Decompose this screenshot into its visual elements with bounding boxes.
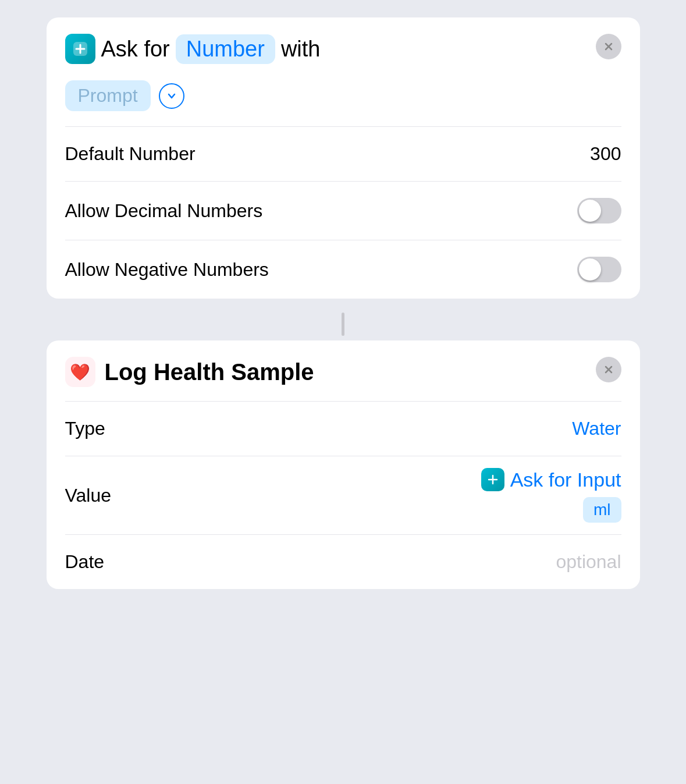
heart-emoji: ❤️ [70, 363, 90, 382]
ask-input-icon [481, 468, 504, 491]
default-number-value[interactable]: 300 [590, 143, 621, 165]
value-row: Value Ask for Input ml [47, 456, 640, 534]
allow-decimal-label: Allow Decimal Numbers [65, 200, 263, 222]
value-label: Value [65, 485, 111, 506]
ask-for-label: Ask for [101, 37, 170, 62]
header-text-group: Ask for Number with [101, 34, 621, 64]
ask-for-input-icon [65, 34, 95, 64]
date-label: Date [65, 551, 105, 573]
unit-badge[interactable]: ml [583, 497, 621, 523]
date-row: Date optional [47, 535, 640, 589]
chevron-expand-button[interactable] [159, 83, 184, 109]
card2-close-button[interactable] [596, 357, 621, 382]
allow-negative-label: Allow Negative Numbers [65, 259, 269, 281]
number-badge[interactable]: Number [176, 34, 275, 64]
with-label: with [281, 37, 321, 62]
log-health-sample-card: ❤️ Log Health Sample Type Water Value [47, 340, 640, 589]
card2-title: Log Health Sample [105, 359, 314, 385]
value-right-group: Ask for Input ml [481, 468, 621, 523]
scrollbar-indicator [342, 313, 344, 336]
allow-negative-row: Allow Negative Numbers [47, 240, 640, 299]
allow-decimal-row: Allow Decimal Numbers [47, 182, 640, 240]
health-icon: ❤️ [65, 357, 95, 387]
type-label: Type [65, 418, 105, 439]
prompt-row: Prompt [47, 78, 640, 126]
type-value[interactable]: Water [572, 418, 621, 439]
type-row: Type Water [47, 402, 640, 456]
allow-decimal-toggle[interactable] [577, 198, 621, 224]
card2-header: ❤️ Log Health Sample [47, 340, 640, 401]
scrollbar-area [342, 308, 344, 340]
default-number-label: Default Number [65, 143, 196, 165]
card1-close-button[interactable] [596, 34, 621, 59]
prompt-badge[interactable]: Prompt [65, 80, 151, 111]
ask-for-number-card: Ask for Number with Prompt Default Numbe… [47, 17, 640, 299]
ask-for-input-text: Ask for Input [510, 469, 621, 491]
default-number-row: Default Number 300 [47, 127, 640, 181]
date-optional[interactable]: optional [556, 551, 621, 573]
ask-for-input-badge[interactable]: Ask for Input [481, 468, 621, 491]
allow-negative-toggle[interactable] [577, 257, 621, 282]
card1-header: Ask for Number with [47, 17, 640, 78]
